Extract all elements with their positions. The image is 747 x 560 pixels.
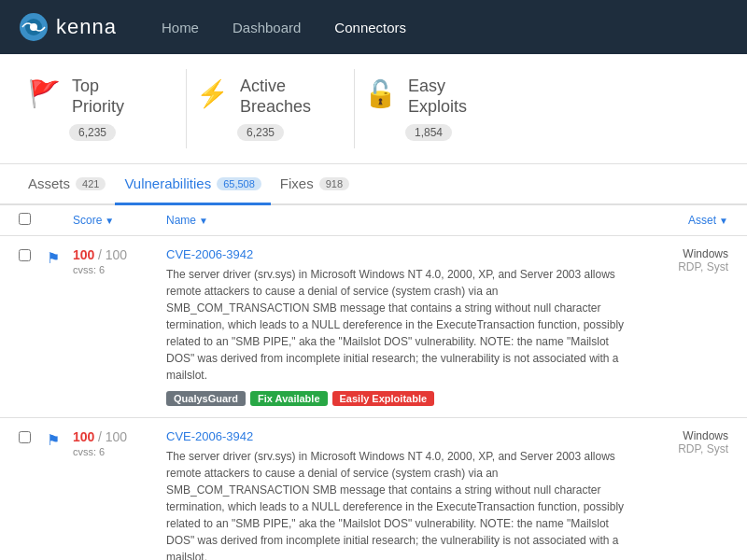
- easy-exploits-title: EasyExploits: [408, 77, 467, 117]
- top-priority-header: 🚩 TopPriority: [28, 77, 158, 117]
- score-value-0: 100: [73, 247, 94, 262]
- top-priority-card: 🚩 TopPriority 6,235: [19, 69, 187, 148]
- select-all-checkbox[interactable]: [19, 213, 31, 225]
- cvss-label-1: cvss: 6: [73, 446, 166, 457]
- nav-connectors[interactable]: Connectors: [317, 0, 423, 54]
- flag-icon-1[interactable]: ⚑: [47, 432, 60, 448]
- asset-sort-icon: ▼: [719, 216, 728, 226]
- tab-assets[interactable]: Assets 421: [19, 164, 115, 205]
- easy-exploits-count: 1,854: [405, 124, 452, 141]
- score-sort-icon: ▼: [105, 216, 114, 226]
- row-content-0: CVE-2006-3942 The server driver (srv.sys…: [166, 247, 635, 406]
- vuln-checkbox-1[interactable]: [19, 431, 31, 443]
- name-sort-icon: ▼: [199, 216, 208, 226]
- navbar: kenna Home Dashboard Connectors: [0, 0, 747, 54]
- score-display-0: 100 / 100: [73, 247, 166, 262]
- score-max-1: / 100: [98, 429, 127, 444]
- asset-sub-0: RDP, Syst: [635, 260, 728, 273]
- cvss-label-0: cvss: 6: [73, 264, 166, 275]
- logo-area: kenna: [19, 12, 117, 42]
- header-name-label: Name: [166, 214, 196, 227]
- nav-dashboard[interactable]: Dashboard: [216, 0, 317, 54]
- summary-section: 🚩 TopPriority 6,235 ⚡ ActiveBreaches 6,2…: [0, 54, 747, 164]
- active-breaches-count: 6,235: [237, 124, 284, 141]
- asset-sub-1: RDP, Syst: [635, 442, 728, 455]
- tag-qualysguard: QualysGuard: [166, 391, 246, 406]
- header-name[interactable]: Name ▼: [166, 214, 635, 227]
- table-row: ⚑ 100 / 100 cvss: 6 CVE-2006-3942 The se…: [0, 418, 747, 560]
- row-checkbox-1: [19, 429, 47, 446]
- tab-vulnerabilities-label: Vulnerabilities: [124, 175, 211, 191]
- score-display-1: 100 / 100: [73, 429, 166, 444]
- active-breaches-header: ⚡ ActiveBreaches: [196, 77, 326, 117]
- row-asset-1: Windows RDP, Syst: [635, 429, 728, 455]
- vuln-desc-0: The server driver (srv.sys) in Microsoft…: [166, 266, 635, 384]
- top-priority-title: TopPriority: [72, 77, 124, 117]
- header-asset[interactable]: Asset ▼: [635, 214, 728, 227]
- table-row: ⚑ 100 / 100 cvss: 6 CVE-2006-3942 The se…: [0, 236, 747, 418]
- tabs-section: Assets 421 Vulnerabilities 65,508 Fixes …: [0, 164, 747, 205]
- nav-links: Home Dashboard Connectors: [145, 0, 423, 54]
- tab-fixes-label: Fixes: [280, 175, 314, 191]
- tag-fix-available: Fix Available: [250, 391, 327, 406]
- vuln-tags-0: QualysGuardFix AvailableEasily Exploitab…: [166, 391, 635, 406]
- top-priority-count: 6,235: [69, 124, 116, 141]
- row-asset-0: Windows RDP, Syst: [635, 247, 728, 273]
- unlock-icon: 🔓: [364, 78, 397, 109]
- active-breaches-card: ⚡ ActiveBreaches 6,235: [187, 69, 355, 148]
- tab-fixes[interactable]: Fixes 918: [271, 164, 359, 205]
- row-flag-1: ⚑: [47, 429, 73, 449]
- tab-fixes-badge: 918: [319, 177, 349, 190]
- easy-exploits-header: 🔓 EasyExploits: [364, 77, 495, 117]
- logo-text: kenna: [56, 15, 117, 39]
- row-score-0: 100 / 100 cvss: 6: [73, 247, 166, 275]
- vulnerability-list: ⚑ 100 / 100 cvss: 6 CVE-2006-3942 The se…: [0, 236, 747, 560]
- vuln-title-0[interactable]: CVE-2006-3942: [166, 247, 635, 261]
- vuln-checkbox-0[interactable]: [19, 249, 31, 261]
- table-header: Score ▼ Name ▼ Asset ▼: [0, 205, 747, 236]
- easy-exploits-card: 🔓 EasyExploits 1,854: [355, 69, 523, 148]
- tab-assets-badge: 421: [76, 177, 106, 190]
- tab-assets-label: Assets: [28, 175, 70, 191]
- tag-easily-exploitable: Easily Exploitable: [332, 391, 435, 406]
- bolt-icon: ⚡: [196, 78, 229, 109]
- tab-vulnerabilities-badge: 65,508: [217, 177, 261, 190]
- flag-icon: 🚩: [28, 78, 61, 109]
- vuln-desc-1: The server driver (srv.sys) in Microsoft…: [166, 448, 635, 560]
- header-asset-label: Asset: [688, 214, 716, 227]
- tab-vulnerabilities[interactable]: Vulnerabilities 65,508: [115, 164, 270, 205]
- asset-name-0: Windows: [635, 247, 728, 260]
- asset-name-1: Windows: [635, 429, 728, 442]
- score-max-0: / 100: [98, 247, 127, 262]
- vuln-title-1[interactable]: CVE-2006-3942: [166, 429, 635, 443]
- header-score[interactable]: Score ▼: [73, 214, 166, 227]
- row-score-1: 100 / 100 cvss: 6: [73, 429, 166, 457]
- row-flag-0: ⚑: [47, 247, 73, 267]
- nav-home[interactable]: Home: [145, 0, 216, 54]
- kenna-logo-icon: [19, 12, 49, 42]
- header-check: [19, 213, 47, 228]
- row-content-1: CVE-2006-3942 The server driver (srv.sys…: [166, 429, 635, 560]
- row-checkbox-0: [19, 247, 47, 264]
- flag-icon-0[interactable]: ⚑: [47, 250, 60, 266]
- active-breaches-title: ActiveBreaches: [240, 77, 311, 117]
- header-score-label: Score: [73, 214, 102, 227]
- score-value-1: 100: [73, 429, 94, 444]
